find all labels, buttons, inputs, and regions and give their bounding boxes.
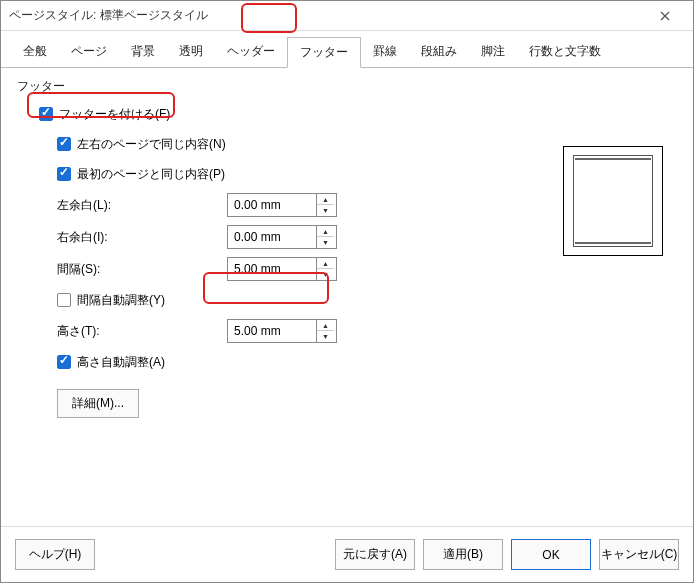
ok-button[interactable]: OK (511, 539, 591, 570)
margin-left-spinner[interactable]: ▲▼ (227, 193, 337, 217)
apply-button[interactable]: 適用(B) (423, 539, 503, 570)
enable-footer-row: フッターを付ける(F) (39, 101, 677, 127)
same-first-input[interactable] (57, 167, 71, 181)
tab-footnote[interactable]: 脚注 (469, 37, 517, 67)
section-title: フッター (17, 78, 677, 95)
tab-transparency[interactable]: 透明 (167, 37, 215, 67)
down-icon[interactable]: ▼ (317, 269, 334, 280)
height-auto-row: 高さ自動調整(A) (57, 349, 677, 375)
page-preview (563, 146, 663, 256)
spacing-auto-label: 間隔自動調整(Y) (77, 292, 165, 309)
down-icon[interactable]: ▼ (317, 237, 334, 248)
margin-right-spinner[interactable]: ▲▼ (227, 225, 337, 249)
tab-textgrid[interactable]: 行数と文字数 (517, 37, 613, 67)
close-icon (660, 11, 670, 21)
height-row: 高さ(T): ▲▼ (57, 317, 677, 345)
content-area: フッター フッターを付ける(F) 左右のページで同じ内容(N) 最初のページと同… (1, 68, 693, 428)
spacing-input[interactable] (228, 262, 316, 276)
up-icon[interactable]: ▲ (317, 320, 334, 331)
cancel-button[interactable]: キャンセル(C) (599, 539, 679, 570)
spacing-row: 間隔(S): ▲▼ (57, 255, 677, 283)
height-auto-input[interactable] (57, 355, 71, 369)
tab-footer[interactable]: フッター (287, 37, 361, 68)
spacing-label: 間隔(S): (57, 261, 227, 278)
margin-right-input[interactable] (228, 230, 316, 244)
margin-right-label: 右余白(I): (57, 229, 227, 246)
height-spinner[interactable]: ▲▼ (227, 319, 337, 343)
height-auto-label: 高さ自動調整(A) (77, 354, 165, 371)
same-lr-label: 左右のページで同じ内容(N) (77, 136, 226, 153)
enable-footer-label: フッターを付ける(F) (59, 106, 170, 123)
spacing-auto-row: 間隔自動調整(Y) (57, 287, 677, 313)
close-button[interactable] (645, 2, 685, 30)
dialog-footer: ヘルプ(H) 元に戻す(A) 適用(B) OK キャンセル(C) (1, 526, 693, 582)
height-label: 高さ(T): (57, 323, 227, 340)
same-first-checkbox[interactable]: 最初のページと同じ内容(P) (57, 166, 225, 183)
up-icon[interactable]: ▲ (317, 226, 334, 237)
height-auto-checkbox[interactable]: 高さ自動調整(A) (57, 354, 165, 371)
height-input[interactable] (228, 324, 316, 338)
up-icon[interactable]: ▲ (317, 258, 334, 269)
reset-button[interactable]: 元に戻す(A) (335, 539, 415, 570)
spacing-auto-checkbox[interactable]: 間隔自動調整(Y) (57, 292, 165, 309)
spacing-spinner[interactable]: ▲▼ (227, 257, 337, 281)
page-preview-inner (573, 155, 653, 247)
titlebar: ページスタイル: 標準ページスタイル (1, 1, 693, 31)
margin-left-label: 左余白(L): (57, 197, 227, 214)
window-title: ページスタイル: 標準ページスタイル (9, 7, 208, 24)
enable-footer-checkbox[interactable]: フッターを付ける(F) (39, 106, 170, 123)
tab-columns[interactable]: 段組み (409, 37, 469, 67)
same-lr-checkbox[interactable]: 左右のページで同じ内容(N) (57, 136, 226, 153)
margin-left-input[interactable] (228, 198, 316, 212)
enable-footer-input[interactable] (39, 107, 53, 121)
tab-header[interactable]: ヘッダー (215, 37, 287, 67)
down-icon[interactable]: ▼ (317, 205, 334, 216)
same-lr-input[interactable] (57, 137, 71, 151)
up-icon[interactable]: ▲ (317, 194, 334, 205)
detail-button[interactable]: 詳細(M)... (57, 389, 139, 418)
tab-page[interactable]: ページ (59, 37, 119, 67)
tab-borders[interactable]: 罫線 (361, 37, 409, 67)
tab-background[interactable]: 背景 (119, 37, 167, 67)
same-first-label: 最初のページと同じ内容(P) (77, 166, 225, 183)
help-button[interactable]: ヘルプ(H) (15, 539, 95, 570)
tab-bar: 全般 ページ 背景 透明 ヘッダー フッター 罫線 段組み 脚注 行数と文字数 (1, 31, 693, 68)
tab-general[interactable]: 全般 (11, 37, 59, 67)
down-icon[interactable]: ▼ (317, 331, 334, 342)
spacing-auto-input[interactable] (57, 293, 71, 307)
